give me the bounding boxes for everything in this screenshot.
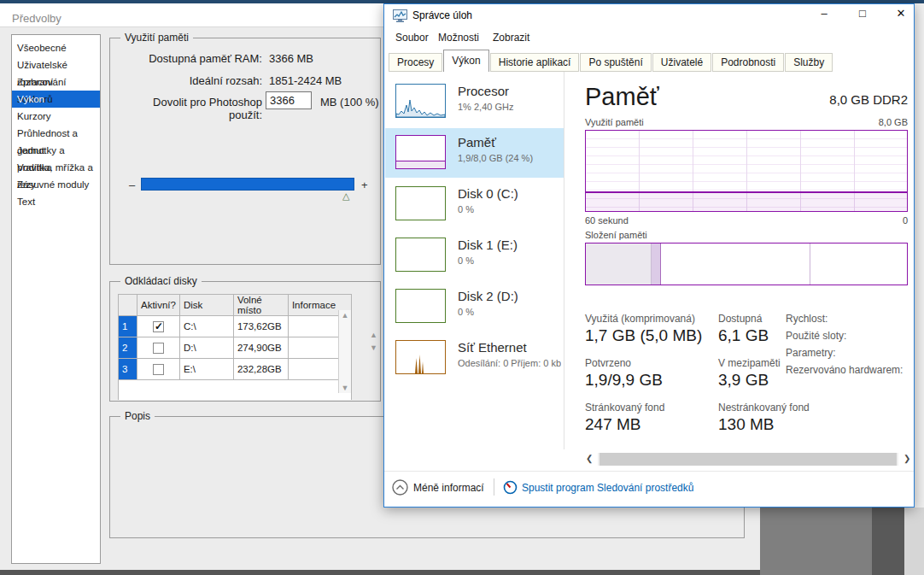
table-header-row: Aktivní? Disk Volné místo Informace [119,295,352,316]
memory-panel-title: Paměť [585,83,659,111]
memory-usage-chart [585,130,908,212]
tab-uzivatele[interactable]: Uživatelé [652,53,711,72]
memory-slider[interactable] [141,178,354,191]
hw-label-slots: Použité sloty: [786,330,846,342]
collapse-circle-icon[interactable] [392,479,408,496]
sidebar-item-pruhlednost[interactable]: Průhlednost a gamut [12,125,100,142]
composition-chart-label: Složení paměti [585,230,647,240]
free-cell: 274,90GB [233,337,288,359]
table-scrollbar[interactable]: ▲ ▼ [338,310,351,393]
perf-item-disk2-detail: 0 % [458,307,474,317]
menu-view[interactable]: Zobrazit [493,32,529,44]
disk1-graph-thumbnail [395,238,446,272]
perf-item-network-detail: Odesílání: 0 Příjem: 0 kb [458,358,561,368]
sidebar-item-vykon[interactable]: Výkon [12,91,100,108]
screen: Předvolby Všeobecné Uživatelské rozhraní… [0,0,924,575]
scroll-left-icon[interactable]: ❮ [586,454,593,463]
open-resource-monitor-link[interactable]: Spustit program Sledování prostředků [522,482,693,494]
sidebar-item-jednotky[interactable]: Jednotky a pravítka [12,142,100,159]
background-light-column [904,508,924,575]
perf-item-disk1-detail: 0 % [458,255,474,266]
row-number: 3 [119,359,137,380]
perf-item-memory-detail: 1,9/8,0 GB (24 %) [458,153,533,163]
move-up-icon[interactable]: ▲ [370,331,377,339]
slider-minus-label: – [129,179,135,191]
preferences-title: Předvolby [12,12,61,25]
col-disk: Disk [179,295,233,316]
active-checkbox[interactable] [153,364,164,375]
hscrollbar-thumb[interactable] [599,453,897,466]
usage-x-right: 0 [903,215,908,226]
slider-plus-label: + [361,179,368,191]
menu-options[interactable]: Možnosti [438,32,479,44]
close-button[interactable]: ✕ [888,7,914,24]
stat-paged-value: 247 MB [585,415,640,434]
stat-used-value: 1,7 GB (5,0 MB) [585,326,702,345]
table-row[interactable]: 2 D:\ 274,90GB [119,337,352,359]
minimize-button[interactable]: – [811,7,837,24]
hw-label-form: Parametry: [786,347,836,359]
background-canvas-gray [760,508,872,575]
active-checkbox[interactable] [153,343,164,354]
row-number: 1 [119,316,137,337]
task-manager-tabs: Procesy Výkon Historie aplikací Po spušt… [389,50,833,72]
sidebar-separator [564,72,564,449]
table-filler-row [119,380,352,400]
tab-procesy[interactable]: Procesy [389,53,442,72]
tab-vykon[interactable]: Výkon [443,50,488,72]
tab-historie-aplikaci[interactable]: Historie aplikací [490,53,580,72]
table-row[interactable]: 1 C:\ 173,62GB [119,316,352,337]
stat-available-value: 6,1 GB [718,326,769,345]
disk-cell: C:\ [179,316,233,337]
dialog-bottom-edge [0,570,760,575]
sidebar-item-zasuvne-moduly[interactable]: Zásuvné moduly [12,176,100,193]
row-number: 2 [119,337,137,359]
perf-item-cpu-detail: 1% 2,40 GHz [458,102,513,112]
network-graph-thumbnail [395,340,446,374]
stat-available-label: Dostupná [718,313,762,325]
perf-item-cpu-name: Procesor [458,84,509,98]
hw-label-reserved: Rezervováno hardwarem: [786,364,903,376]
background-right-sliver [915,3,924,508]
stat-paged-label: Stránkovaný fond [585,402,664,414]
sidebar-item-zpracovani-souboru[interactable]: Zpracování souborů [12,73,100,91]
composition-segment-modified [652,243,661,285]
available-ram-value: 3366 MB [269,52,313,65]
less-info-button[interactable]: Méně informací [413,482,484,494]
scroll-right-icon[interactable]: ❯ [904,454,910,463]
memory-slider-thumb[interactable]: △ [342,191,349,202]
maximize-button[interactable]: □ [850,7,875,24]
preferences-category-list: Všeobecné Uživatelské rozhraní Zpracován… [11,34,101,564]
description-group-title: Popis [120,410,155,422]
tab-podrobnosti[interactable]: Podrobnosti [712,53,784,72]
move-down-icon[interactable]: ▼ [370,343,377,352]
free-cell: 173,62GB [233,316,288,337]
task-manager-app-icon [393,9,407,22]
table-row[interactable]: 3 E:\ 232,28GB [119,359,352,380]
menu-file[interactable]: Soubor [395,32,429,44]
tab-po-spusteni[interactable]: Po spuštění [580,53,651,72]
allow-memory-input[interactable] [266,91,312,109]
stat-nonpaged-value: 130 MB [718,415,774,434]
usage-chart-label: Využití paměti [585,117,644,127]
scroll-down-icon[interactable]: ▼ [339,384,351,392]
active-checkbox[interactable] [153,321,164,332]
footer-separator [384,471,914,472]
tab-sluzby[interactable]: Služby [785,53,833,72]
sidebar-item-uzivatelske-rozhrani[interactable]: Uživatelské rozhraní [12,56,100,73]
memory-capacity: 8,0 GB DDR2 [829,92,908,107]
sidebar-item-kurzory[interactable]: Kurzory [12,108,100,125]
sidebar-item-voditka[interactable]: Vodítka, mřížka a řezy [12,159,100,176]
scratch-disks-group: Odkládací disky Aktivní? Disk Volné míst… [109,281,381,402]
disk2-graph-thumbnail [395,289,446,323]
scroll-up-icon[interactable]: ▲ [339,311,351,320]
col-num [119,295,137,316]
disk-cell: E:\ [179,359,233,380]
sidebar-item-vseobecne[interactable]: Všeobecné [12,39,100,56]
memory-graph-thumbnail [395,135,446,169]
perf-item-disk1-name: Disk 1 (E:) [458,238,518,252]
sidebar-item-text[interactable]: Text [12,193,100,210]
stat-committed-value: 1,9/9,9 GB [585,371,663,390]
memory-usage-group: Využití paměti Dostupná paměť RAM: 3366 … [109,38,381,265]
perf-item-disk0-detail: 0 % [458,204,474,214]
